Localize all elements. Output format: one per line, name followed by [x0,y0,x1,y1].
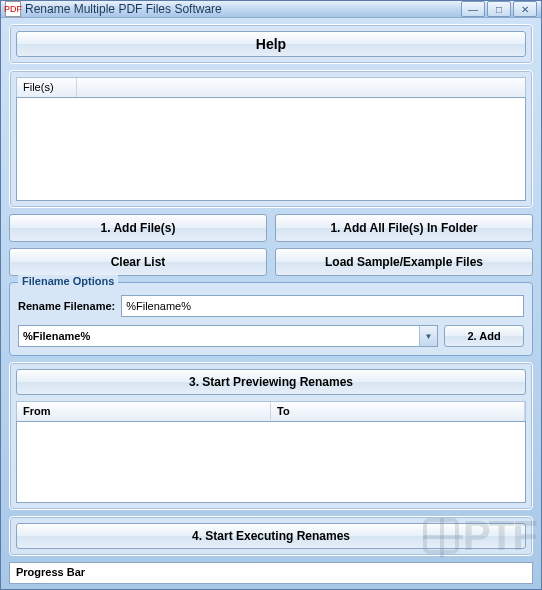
files-list-header: File(s) [16,77,526,97]
window-title: Rename Multiple PDF Files Software [25,2,459,16]
add-buttons-row: 1. Add File(s) 1. Add All File(s) In Fol… [9,214,533,242]
add-template-button[interactable]: 2. Add [444,325,524,347]
preview-list-wrap: From To [16,401,526,503]
preview-col-to[interactable]: To [271,402,525,421]
files-panel: File(s) [9,70,533,208]
add-files-button[interactable]: 1. Add File(s) [9,214,267,242]
help-panel: Help [9,24,533,64]
template-select[interactable]: %Filename% ▼ [18,325,438,347]
preview-header: From To [16,401,526,421]
filename-options-legend: Filename Options [18,275,118,287]
minimize-icon: — [468,4,478,15]
maximize-icon: □ [496,4,502,15]
close-button[interactable]: ✕ [513,1,537,17]
preview-panel: 3. Start Previewing Renames From To [9,362,533,510]
help-button[interactable]: Help [16,31,526,57]
app-icon: PDF [5,1,21,17]
rename-row: Rename Filename: [18,295,524,317]
main-window: PDF Rename Multiple PDF Files Software —… [0,0,542,590]
rename-input[interactable] [121,295,524,317]
filename-options-group: Filename Options Rename Filename: %Filen… [9,282,533,356]
files-col-header[interactable]: File(s) [17,78,77,97]
files-list[interactable] [16,97,526,201]
preview-col-from[interactable]: From [17,402,271,421]
start-preview-button[interactable]: 3. Start Previewing Renames [16,369,526,395]
minimize-button[interactable]: — [461,1,485,17]
start-execute-button[interactable]: 4. Start Executing Renames [16,523,526,549]
template-select-value: %Filename% [19,330,419,342]
clear-load-row: Clear List Load Sample/Example Files [9,248,533,276]
template-row: %Filename% ▼ 2. Add [18,325,524,347]
add-folder-button[interactable]: 1. Add All File(s) In Folder [275,214,533,242]
chevron-down-icon[interactable]: ▼ [419,326,437,346]
titlebar: PDF Rename Multiple PDF Files Software —… [1,1,541,18]
execute-panel: 4. Start Executing Renames [9,516,533,556]
load-sample-button[interactable]: Load Sample/Example Files [275,248,533,276]
preview-list[interactable] [16,421,526,503]
maximize-button[interactable]: □ [487,1,511,17]
progress-bar: Progress Bar [9,562,533,584]
clear-list-button[interactable]: Clear List [9,248,267,276]
close-icon: ✕ [521,4,529,15]
rename-label: Rename Filename: [18,300,115,312]
client-area: Help File(s) 1. Add File(s) 1. Add All F… [1,18,541,590]
